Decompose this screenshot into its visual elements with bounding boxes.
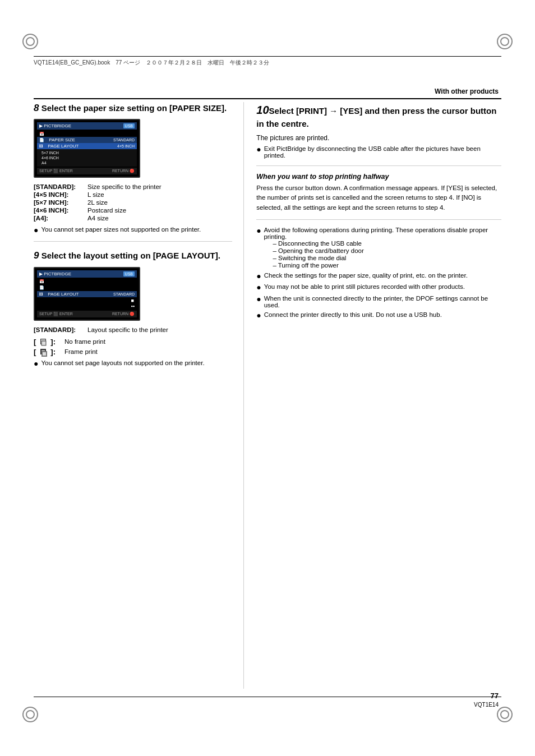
step9-definitions: [STANDARD]: Layout specific to the print… (34, 326, 232, 333)
step9-screen: ▶ PICTBRIDGE USB 📅 DATE PRINT 📄 PAPER SI… (34, 267, 140, 321)
screen8-options: 5×7 INCH 4×6 INCH A4 (37, 149, 137, 167)
screen9-topbar-left: ▶ PICTBRIDGE (39, 271, 71, 276)
top-header-text: VQT1E14(EB_GC_ENG).book 77 ページ ２００７年２月２８… (34, 59, 269, 67)
step8-definitions: [STANDARD]: Size specific to the printer… (34, 183, 232, 222)
corner-mark-tl (22, 34, 38, 49)
step10-bullet-0: ● Exit PictBridge by disconnecting the U… (256, 145, 501, 159)
screen9-row-dateprint: 📅 DATE PRINT (37, 279, 137, 285)
right-column: 10Select [PRINT] → [YES] and then press … (244, 102, 501, 689)
def-5x7: [5×7 INCH]: 2L size (34, 199, 232, 206)
screen9-row-pagelayout: 🖼 PAGE LAYOUT STANDARD (37, 291, 137, 297)
step9-section: 9 Select the layout setting on [PAGE LAY… (34, 250, 232, 367)
step8-bullet: ● You cannot set paper sizes not support… (34, 226, 232, 234)
step9-heading: 9 Select the layout setting on [PAGE LAY… (34, 250, 232, 262)
warning-0-sub-2: – Switching the mode dial (273, 255, 501, 261)
warning-3: ● When the unit is connected directly to… (256, 295, 501, 308)
stop-heading: When you want to stop printing halfway (256, 173, 501, 181)
layout-no-frame-row: [ ]: No frame print (34, 338, 232, 346)
def-a4: [A4]: A4 size (34, 215, 232, 222)
screen8-topbar-left: ▶ PICTBRIDGE (39, 123, 71, 128)
def-4x5: [4×5 INCH]: L size (34, 191, 232, 198)
stop-warnings-divider (256, 219, 501, 220)
step9-bullet: ● You cannot set page layouts not suppor… (34, 359, 232, 368)
stop-section: When you want to stop printing halfway P… (256, 173, 501, 213)
frame-icon (40, 349, 46, 354)
screen8-bottombar: SETUP ⬛ ENTER RETURN 🔴 (37, 168, 137, 174)
stop-body: Press the cursor button down. A confirma… (256, 183, 501, 213)
def-standard: [STANDARD]: Size specific to the printer (34, 183, 232, 190)
screen9-topbar-badge: USB (123, 271, 135, 276)
screen8-row-dateprint: 📅 DATE PRINT (37, 131, 137, 137)
screen9-topbar: ▶ PICTBRIDGE USB (37, 270, 137, 278)
warning-1: ● Check the settings for the paper size,… (256, 272, 501, 280)
left-column: 8 Select the paper size setting on [PAPE… (34, 102, 244, 689)
step10-heading: 10Select [PRINT] → [YES] and then press … (256, 102, 501, 130)
screen9-row-print: 🖨 PRINT ■▪▪ (37, 297, 137, 310)
warnings-list: ● Avoid the following operations during … (256, 227, 501, 320)
step10-stop-divider (256, 165, 501, 166)
warning-0-sub-0: – Disconnecting the USB cable (273, 240, 501, 247)
header-divider (34, 98, 501, 99)
top-header: VQT1E14(EB_GC_ENG).book 77 ページ ２００７年２月２８… (34, 56, 501, 67)
bottom-line (34, 697, 501, 697)
screen9-row-papersize: 📄 PAPER SIZE (37, 285, 137, 291)
warning-2: ● You may not be able to print still pic… (256, 283, 501, 292)
def-4x6: [4×6 INCH]: Postcard size (34, 207, 232, 214)
screen8-topbar-badge: USB (123, 123, 135, 128)
warning-0-sub-3: – Turning off the power (273, 262, 501, 269)
def9-standard: [STANDARD]: Layout specific to the print… (34, 326, 232, 333)
screen9-bottombar: SETUP ⬛ ENTER RETURN 🔴 (37, 311, 137, 317)
layout-frame-row: [ ]: Frame print (34, 348, 232, 356)
step8-heading: 8 Select the paper size setting on [PAPE… (34, 102, 232, 114)
step10-body: The pictures are printed. (256, 134, 501, 142)
warning-0: ● Avoid the following operations during … (256, 227, 501, 269)
svg-rect-3 (43, 352, 46, 356)
svg-rect-1 (42, 342, 45, 345)
step10-section: 10Select [PRINT] → [YES] and then press … (256, 102, 501, 159)
main-content: 8 Select the paper size setting on [PAPE… (34, 102, 501, 689)
step8-section: 8 Select the paper size setting on [PAPE… (34, 102, 232, 234)
screen8-topbar: ▶ PICTBRIDGE USB (37, 122, 137, 130)
page-number: 77 VQT1E14 (474, 692, 499, 708)
warning-4: ● Connect the printer directly to this u… (256, 311, 501, 320)
step8-screen: ▶ PICTBRIDGE USB 📅 DATE PRINT 📄 PAPER SI… (34, 119, 140, 178)
corner-mark-tr (497, 34, 513, 49)
screen8-row-papersize: 📄 PAPER SIZE STANDARD (37, 137, 137, 143)
corner-mark-br (497, 707, 513, 722)
warning-0-sub-1: – Opening the card/battery door (273, 247, 501, 254)
no-frame-icon (40, 339, 46, 344)
screen8-row-pagelayout: 🖼 PAGE LAYOUT 4×5 INCH (37, 143, 137, 149)
step8-9-divider (34, 241, 232, 242)
corner-mark-bl (22, 707, 38, 722)
section-label: With other products (435, 87, 499, 95)
